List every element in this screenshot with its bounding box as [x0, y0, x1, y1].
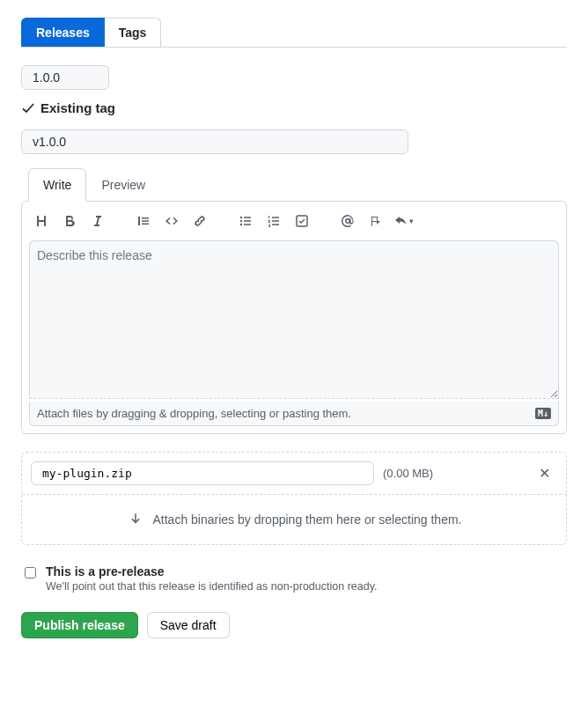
tasklist-icon[interactable] — [290, 209, 314, 233]
code-icon[interactable] — [159, 209, 184, 233]
binary-filename-input[interactable] — [31, 461, 374, 485]
editor-toolbar: ▾ — [22, 202, 566, 240]
reply-icon[interactable]: ▾ — [392, 209, 416, 233]
markdown-badge-icon[interactable]: M↓ — [535, 408, 551, 419]
cross-reference-icon[interactable] — [364, 209, 388, 233]
svg-point-2 — [240, 224, 242, 225]
actions-row: Publish release Save draft — [21, 612, 567, 638]
tag-selector[interactable]: 1.0.0 — [21, 65, 109, 90]
prerelease-checkbox[interactable] — [25, 567, 36, 579]
prerelease-section: This is a pre-release We'll point out th… — [21, 564, 567, 593]
binary-size: (0.00 MB) — [383, 467, 523, 480]
attach-files-hint[interactable]: Attach files by dragging & dropping, sel… — [29, 402, 559, 426]
italic-icon[interactable] — [85, 209, 110, 233]
release-title-input[interactable] — [21, 129, 408, 154]
binary-row: (0.00 MB) ✕ — [22, 453, 566, 494]
quote-icon[interactable] — [131, 209, 156, 233]
binary-drop-text: Attach binaries by dropping them here or… — [153, 512, 462, 527]
save-draft-button[interactable]: Save draft — [147, 612, 230, 638]
editor-tab-write[interactable]: Write — [28, 168, 86, 202]
remove-binary-button[interactable]: ✕ — [532, 461, 557, 485]
svg-point-0 — [240, 217, 242, 218]
existing-tag-label: Existing tag — [40, 100, 115, 115]
bold-icon[interactable] — [57, 209, 82, 233]
binaries-section: (0.00 MB) ✕ Attach binaries by dropping … — [21, 452, 567, 545]
svg-point-1 — [240, 220, 242, 222]
check-icon — [21, 101, 35, 115]
binary-dropzone[interactable]: Attach binaries by dropping them here or… — [22, 494, 566, 544]
ordered-list-icon[interactable] — [261, 209, 286, 233]
download-arrow-icon — [127, 511, 144, 528]
unordered-list-icon[interactable] — [233, 209, 258, 233]
tab-tags[interactable]: Tags — [105, 18, 162, 47]
publish-release-button[interactable]: Publish release — [21, 612, 138, 638]
prerelease-label: This is a pre-release — [46, 564, 377, 579]
top-tab-nav: Releases Tags — [21, 18, 567, 48]
link-icon[interactable] — [187, 209, 212, 233]
mention-icon[interactable] — [335, 209, 360, 233]
editor-box: ▾ Attach files by dragging & dropping, s… — [21, 201, 567, 434]
prerelease-desc: We'll point out that this release is ide… — [46, 580, 377, 593]
existing-tag-indicator: Existing tag — [21, 100, 567, 115]
attach-hint-text: Attach files by dragging & dropping, sel… — [37, 407, 351, 420]
tab-releases[interactable]: Releases — [21, 18, 105, 47]
editor-tab-preview[interactable]: Preview — [86, 168, 160, 202]
description-textarea[interactable] — [29, 240, 559, 399]
editor-tabs: Write Preview — [21, 168, 567, 202]
heading-icon[interactable] — [29, 209, 54, 233]
